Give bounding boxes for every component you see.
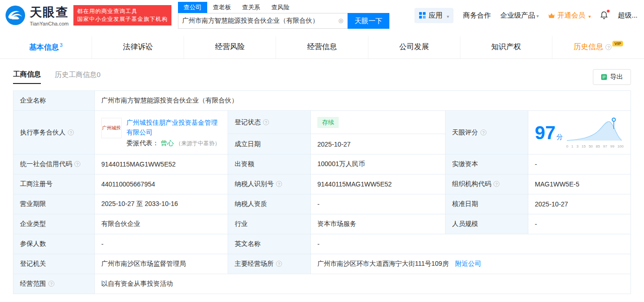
business-term-label: 营业期限 <box>13 194 95 214</box>
export-sheet-icon <box>601 74 607 80</box>
top-header: 天眼查 TianYanCha.com 都在用的商业查询工具 国家中小企业发展子基… <box>0 0 644 31</box>
org-code-value: MAG1WW5E-5 <box>528 174 631 194</box>
staff-size-value: - <box>528 214 631 234</box>
tianyancha-logo-icon <box>5 5 26 26</box>
help-icon[interactable] <box>48 281 54 287</box>
table-row: 工商注册号 440110005667954 纳税人识别号 91440115MAG… <box>13 174 631 194</box>
help-icon[interactable] <box>480 129 486 135</box>
table-row: 登记机关 广州市南沙区市场监督管理局 主要经营场所 广州市南沙区环市大道西海宁大… <box>13 254 631 274</box>
search-tab-relation[interactable]: 查关系 <box>237 2 266 13</box>
help-icon[interactable] <box>276 261 282 267</box>
help-icon[interactable] <box>605 44 611 50</box>
tab-label: 经营风险 <box>215 43 245 51</box>
crown-icon <box>548 13 555 19</box>
executive-partner-label: 执行事务合伙人 <box>13 111 95 154</box>
tab-operating-info[interactable]: 经营信息 <box>276 36 368 58</box>
tab-basic-info-label: 基本信息 <box>29 43 59 51</box>
tab-label: 经营信息 <box>307 43 337 51</box>
search-button[interactable]: 天眼一下 <box>348 13 389 29</box>
reg-authority-value: 广州市南沙区市场监督管理局 <box>95 254 228 274</box>
table-row: 企业名称 广州市南方智慧能源投资合伙企业（有限合伙） <box>13 91 631 111</box>
tab-intellectual-property[interactable]: 知识产权 <box>460 36 552 58</box>
search-tabs: 查公司 查老板 查关系 查风险 <box>178 2 389 13</box>
field-label: 统一社会信用代码 <box>20 160 72 167</box>
tab-operating-risk[interactable]: 经营风险 <box>184 36 276 58</box>
search-tab-risk[interactable]: 查风险 <box>266 2 295 13</box>
help-icon[interactable] <box>493 181 499 187</box>
taxpayer-quality-value: - <box>311 194 446 214</box>
export-button[interactable]: 导出 <box>593 69 631 85</box>
representative-label: 委派代表： <box>126 139 159 147</box>
nav-business-cooperation[interactable]: 商务合作 <box>463 11 491 20</box>
score-curve-chart <box>566 116 623 142</box>
axis-tick: 97 <box>603 144 607 148</box>
company-name-value: 广州市南方智慧能源投资合伙企业（有限合伙） <box>95 91 631 111</box>
help-icon[interactable] <box>263 119 269 125</box>
tab-basic-info[interactable]: 基本信息3 <box>0 36 92 58</box>
business-term-value: 2025-10-27 至 2033-10-16 <box>95 194 228 214</box>
business-info-table: 企业名称 广州市南方智慧能源投资合伙企业（有限合伙） 执行事务合伙人 广州城投 … <box>13 90 631 294</box>
clear-search-icon[interactable]: ⊗ <box>334 17 348 25</box>
insured-count-value: - <box>95 234 228 254</box>
score-label: 天眼评分 <box>446 111 528 154</box>
score-axis: 0 1 3 15 50 85 97 99 100 <box>566 144 624 148</box>
field-label: 执行事务合伙人 <box>20 129 66 136</box>
business-scope-label: 经营范围 <box>13 274 95 294</box>
subtab-history-business-info[interactable]: 历史工商信息0 <box>55 71 100 84</box>
tianyancha-logo[interactable]: 天眼查 TianYanCha.com <box>5 4 69 26</box>
nav-super-vip[interactable]: 超级... <box>618 11 637 20</box>
help-icon[interactable] <box>68 129 74 135</box>
score-number: 97分 <box>535 123 563 142</box>
top-nav: 应用 商务合作 企业级产品 开通会员 超级... <box>414 8 637 23</box>
nav-enterprise-product[interactable]: 企业级产品 <box>500 11 539 20</box>
vip-badge: VIP <box>612 41 623 46</box>
search-area: 查公司 查老板 查关系 查风险 ⊗ 天眼一下 <box>178 2 389 29</box>
axis-tick: 100 <box>618 144 624 148</box>
axis-tick: 0 <box>566 144 568 148</box>
main-tab-bar: 基本信息3 法律诉讼 经营风险 经营信息 公司发展 知识产权 历史信息VIP <box>0 36 644 59</box>
score-unit: 分 <box>557 133 563 141</box>
field-label: 经营范围 <box>20 280 46 287</box>
field-label: 纳税人识别号 <box>235 180 274 187</box>
axis-tick: 85 <box>596 144 600 148</box>
nav-enterprise-product-label: 企业级产品 <box>500 11 535 19</box>
tab-company-development[interactable]: 公司发展 <box>368 36 460 58</box>
tab-history-info[interactable]: 历史信息VIP <box>552 36 644 58</box>
credit-code-label: 统一社会信用代码 <box>13 154 95 174</box>
field-label: 组织机构代码 <box>452 180 491 187</box>
score-digits: 97 <box>535 122 556 143</box>
nav-open-vip[interactable]: 开通会员 <box>548 11 591 20</box>
notification-bell-icon[interactable] <box>600 11 608 20</box>
table-row: 统一社会信用代码 91440115MAG1WW5E52 出资额 100001万人… <box>13 154 631 174</box>
credit-code-value: 91440115MAG1WW5E52 <box>95 154 228 174</box>
axis-tick: 3 <box>576 144 578 148</box>
notification-dot <box>607 10 610 13</box>
business-scope-value: 以自有资金从事投资活动 <box>95 274 631 294</box>
apps-menu-button[interactable]: 应用 <box>414 8 453 23</box>
search-input[interactable] <box>178 17 334 25</box>
partner-company-link[interactable]: 广州城投佳朋产业投资基金管理有限公司 <box>126 118 221 137</box>
help-icon[interactable] <box>74 161 80 167</box>
representative-source: （来源于中基协） <box>176 140 220 147</box>
slogan-line2: 国家中小企业发展子基金旗下机构 <box>77 15 168 23</box>
slogan-badge: 都在用的商业查询工具 国家中小企业发展子基金旗下机构 <box>73 5 171 26</box>
tab-legal-litigation[interactable]: 法律诉讼 <box>92 36 184 58</box>
partner-logo: 广州城投 <box>101 118 122 138</box>
reg-status-label: 登记状态 <box>228 111 311 134</box>
english-name-value: - <box>311 234 631 254</box>
table-row: 营业期限 2025-10-27 至 2033-10-16 纳税人资质 - 核准日… <box>13 194 631 214</box>
table-row: 执行事务合伙人 广州城投 广州城投佳朋产业投资基金管理有限公司 委派代表： 曾心… <box>13 111 631 134</box>
subtab-business-info[interactable]: 工商信息 <box>13 70 41 84</box>
apps-grid-icon <box>419 12 426 19</box>
status-badge: 存续 <box>317 117 339 128</box>
search-tab-company[interactable]: 查公司 <box>178 2 207 13</box>
representative-name-link[interactable]: 曾心 <box>161 139 174 147</box>
field-label: 主要经营场所 <box>235 260 274 267</box>
nearby-companies-link[interactable]: 附近公司 <box>455 260 481 267</box>
help-icon[interactable] <box>276 181 282 187</box>
search-tab-boss[interactable]: 查老板 <box>207 2 237 13</box>
chevron-down-icon <box>535 11 539 19</box>
export-label: 导出 <box>610 73 623 81</box>
english-name-label: 英文名称 <box>228 234 311 254</box>
table-row: 参保人数 - 英文名称 - <box>13 234 631 254</box>
